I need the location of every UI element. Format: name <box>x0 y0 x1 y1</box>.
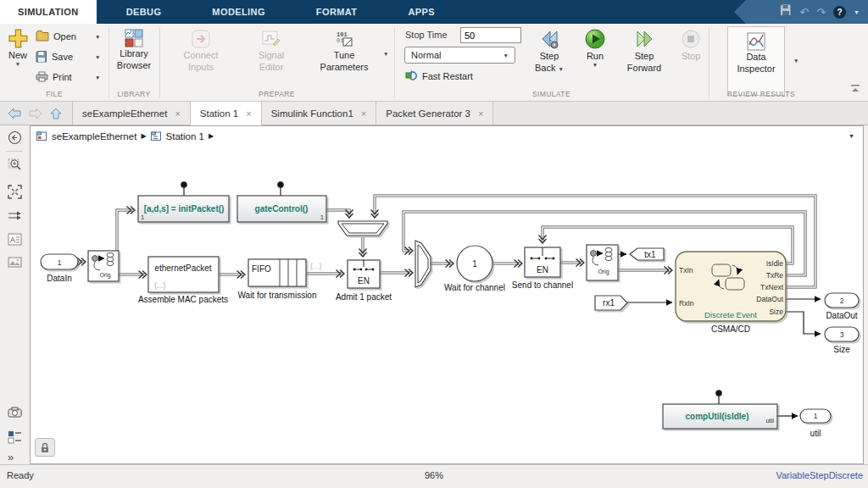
block-comp-util[interactable]: compUtil(isIdle) util <box>663 404 777 429</box>
block-path-combiner[interactable] <box>415 241 431 287</box>
quick-access-caret-icon[interactable]: ▼ <box>854 9 860 15</box>
block-entity-input-switch[interactable] <box>338 221 387 236</box>
hide-browser-icon[interactable] <box>8 130 22 145</box>
more-tools-icon[interactable]: » <box>8 451 22 465</box>
ribbon-separator <box>709 27 709 97</box>
simulation-mode-select[interactable]: Normal ▼ <box>404 47 515 64</box>
close-icon[interactable]: × <box>361 108 366 119</box>
breadcrumb-separator-icon[interactable]: ▶ <box>141 132 146 140</box>
fast-restart-toggle[interactable]: Fast Restart <box>405 70 473 81</box>
block-ethernet-packet[interactable]: ethernetPacket {...} Assemble MAC packet… <box>138 257 228 304</box>
model-icon <box>36 131 47 141</box>
navigate-forward-icon[interactable] <box>28 107 43 120</box>
zoom-icon[interactable] <box>8 158 22 172</box>
redo-icon[interactable]: ↷ <box>816 7 826 18</box>
block-init-packet[interactable]: [a,d,s] = initPacket() 1 <box>138 196 229 222</box>
print-button[interactable]: Print <box>36 71 72 82</box>
block-send-gate[interactable]: EN Send to channel <box>512 247 573 290</box>
svg-text:TxIn: TxIn <box>679 266 693 274</box>
tab-modeling[interactable]: MODELING <box>194 0 282 24</box>
block-goto-tx1[interactable]: tx1 <box>630 248 664 260</box>
block-datain-port[interactable]: 1 DataIn <box>41 254 78 283</box>
new-button[interactable]: New ▼ <box>5 28 31 67</box>
prepare-gallery-caret-icon[interactable]: ▼ <box>383 51 388 57</box>
tab-format[interactable]: FORMAT <box>298 0 376 24</box>
step-back-button[interactable]: Step Back ▼ <box>530 28 569 75</box>
library-browser-button[interactable]: Library Browser <box>112 29 156 72</box>
run-button[interactable]: Run ▼ <box>580 28 610 68</box>
lock-links-button[interactable] <box>35 438 55 457</box>
svg-text:Discrete Event: Discrete Event <box>704 310 757 319</box>
doc-tab-packet-generator-3[interactable]: Packet Generator 3× <box>376 102 493 125</box>
block-from-rx1[interactable]: rx1 <box>595 296 627 310</box>
svg-text:EN: EN <box>358 276 370 286</box>
block-csma-chart[interactable]: TxIn RxIn IsIdle TxRe TxNext DataOut Siz… <box>676 252 786 334</box>
doc-tab-seexampleethernet[interactable]: seExampleEthernet× <box>72 102 191 125</box>
block-entity-generator[interactable]: Orig <box>88 251 119 281</box>
block-caption: DataOut <box>826 311 857 320</box>
doc-tab-simulink-function1[interactable]: Simulink Function1× <box>262 102 377 125</box>
model-canvas[interactable]: 1 DataIn Orig [a,d,s] = in <box>31 146 863 463</box>
close-icon[interactable]: × <box>478 108 483 119</box>
step-forward-button[interactable]: Step Forward <box>623 28 665 75</box>
route-signals-icon[interactable] <box>8 208 22 223</box>
solver-link[interactable]: VariableStepDiscrete <box>776 470 863 480</box>
ribbon-tab-bar: SIMULATION DEBUG MODELING FORMAT APPS ↶ … <box>0 0 868 24</box>
signal-editor-icon <box>261 29 281 49</box>
model-legend-icon[interactable] <box>8 430 22 445</box>
breadcrumb-separator-icon[interactable]: ▶ <box>209 132 214 140</box>
print-caret-icon[interactable]: ▼ <box>95 75 100 80</box>
close-icon[interactable]: × <box>175 108 180 119</box>
stop-time-input[interactable] <box>460 27 521 43</box>
collapse-ribbon-icon[interactable] <box>849 83 861 93</box>
block-fifo-queue[interactable]: FIFO {...} Wait for transmission <box>238 259 322 300</box>
close-icon[interactable]: × <box>246 108 251 119</box>
stop-label: Stop <box>682 51 701 61</box>
navigate-back-icon[interactable] <box>7 107 22 120</box>
fit-to-view-icon[interactable] <box>8 185 22 199</box>
block-caption: Wait for channel <box>444 283 505 292</box>
screenshot-icon[interactable] <box>8 405 22 419</box>
help-icon[interactable]: ? <box>833 6 846 19</box>
block-wait-for-channel[interactable]: 1 Wait for channel <box>444 246 505 292</box>
zoom-level[interactable]: 96% <box>0 470 868 480</box>
breadcrumb-item-subsystem[interactable]: Station 1 <box>166 131 204 141</box>
doc-tab-station-1[interactable]: Station 1× <box>191 102 262 125</box>
breadcrumb: seExampleEthernet ▶ Station 1 ▶ ▼ <box>31 126 863 147</box>
breadcrumb-item-model[interactable]: seExampleEthernet <box>52 131 136 141</box>
annotation-icon[interactable]: A <box>8 232 22 247</box>
breadcrumb-caret-icon[interactable]: ▼ <box>849 133 854 139</box>
save-icon[interactable] <box>780 4 792 19</box>
block-admit-gate[interactable]: EN Admit 1 packet <box>336 260 392 302</box>
undo-icon[interactable]: ↶ <box>799 7 809 18</box>
step-back-label: Step Back ▼ <box>532 51 566 75</box>
block-dataout-port[interactable]: 2 DataOut <box>825 293 859 320</box>
data-inspector-label: Data Inspector <box>731 52 782 75</box>
open-caret-icon[interactable]: ▼ <box>95 34 100 40</box>
image-icon[interactable] <box>8 255 22 269</box>
tab-debug[interactable]: DEBUG <box>108 0 180 24</box>
signal-editor-button: Signal Editor <box>248 29 295 74</box>
ribbon-separator <box>108 27 109 97</box>
prepare-group-label: PREPARE <box>159 90 394 98</box>
block-size-port[interactable]: 3 Size <box>825 327 859 354</box>
block-caption: Assemble MAC packets <box>138 295 228 304</box>
tab-apps[interactable]: APPS <box>390 0 453 24</box>
svg-text:compUtil(isIdle): compUtil(isIdle) <box>685 412 748 421</box>
block-gate-control[interactable]: gateControl() 1 <box>237 196 326 222</box>
svg-text:{...}: {...} <box>154 281 166 290</box>
data-inspector-caret-icon[interactable]: ▼ <box>793 58 798 64</box>
block-caption: CSMA/CD <box>711 324 750 334</box>
open-button[interactable]: Open <box>36 30 76 42</box>
save-caret-icon[interactable]: ▼ <box>95 54 100 60</box>
navigate-up-icon[interactable] <box>49 107 63 120</box>
data-inspector-button[interactable]: Data Inspector <box>727 26 785 96</box>
subsystem-icon <box>151 131 162 141</box>
block-util-port[interactable]: 1 util <box>800 409 831 438</box>
quick-access-toolbar: ↶ ↷ ? ▼ <box>734 0 868 24</box>
save-button[interactable]: Save <box>36 51 73 63</box>
block-entity-sender[interactable]: Orig <box>587 245 618 280</box>
svg-text:FIFO: FIFO <box>252 264 271 274</box>
tab-simulation[interactable]: SIMULATION <box>0 0 97 24</box>
tune-parameters-button[interactable]: 10101 Tune Parameters <box>314 29 375 74</box>
